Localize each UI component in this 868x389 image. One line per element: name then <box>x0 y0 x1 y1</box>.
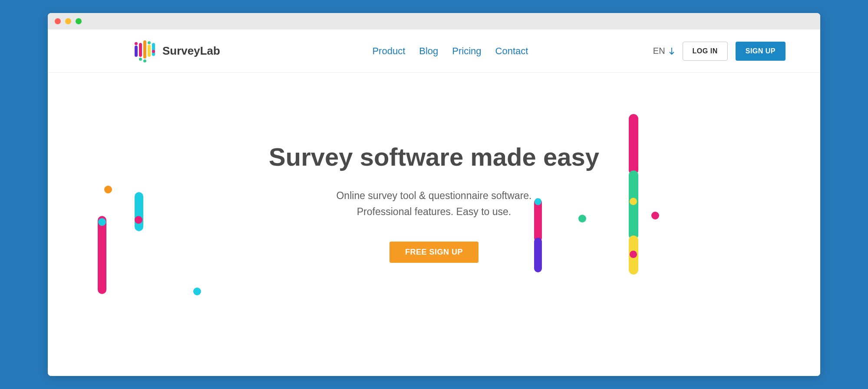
window-maximize-icon[interactable] <box>76 18 82 24</box>
decoration-bar <box>629 170 638 240</box>
decoration-dot <box>578 215 586 222</box>
decoration-bar <box>98 216 106 294</box>
arrow-down-icon <box>669 47 675 56</box>
nav-product[interactable]: Product <box>372 46 405 57</box>
hero-title: Survey software made easy <box>48 142 820 171</box>
page-content: SurveyLab Product Blog Pricing Contact E… <box>48 29 820 376</box>
nav-pricing[interactable]: Pricing <box>452 46 481 57</box>
brand-name: SurveyLab <box>162 44 220 58</box>
browser-window: SurveyLab Product Blog Pricing Contact E… <box>48 13 820 376</box>
decoration-dot <box>98 218 106 226</box>
signup-button[interactable]: SIGN UP <box>736 42 785 61</box>
decoration-bar <box>534 238 542 272</box>
free-signup-button[interactable]: FREE SIGN UP <box>389 242 479 263</box>
decoration-bar <box>534 199 542 242</box>
browser-titlebar <box>48 13 820 29</box>
login-button[interactable]: LOG IN <box>683 42 728 61</box>
window-close-icon[interactable] <box>55 18 61 24</box>
decoration-dot <box>193 288 201 295</box>
decoration-dot <box>630 198 637 205</box>
hero-section: Survey software made easy Online survey … <box>48 73 820 376</box>
decoration-bar <box>135 192 143 231</box>
language-selector[interactable]: EN <box>653 46 675 56</box>
decoration-dot <box>535 198 541 205</box>
site-header: SurveyLab Product Blog Pricing Contact E… <box>48 29 820 73</box>
nav-contact[interactable]: Contact <box>495 46 528 57</box>
header-actions: EN LOG IN SIGN UP <box>653 42 785 61</box>
hero-subtitle: Online survey tool & questionnaire softw… <box>48 188 820 220</box>
window-minimize-icon[interactable] <box>65 18 71 24</box>
decoration-bar <box>629 114 638 175</box>
logo-icon <box>135 40 156 62</box>
main-nav: Product Blog Pricing Contact <box>265 46 636 57</box>
decoration-dot <box>104 186 112 193</box>
logo[interactable]: SurveyLab <box>135 40 248 62</box>
decoration-dot <box>135 216 142 224</box>
decoration-dot <box>630 251 637 258</box>
decoration-dot <box>651 212 659 219</box>
language-label: EN <box>653 46 665 56</box>
nav-blog[interactable]: Blog <box>419 46 438 57</box>
